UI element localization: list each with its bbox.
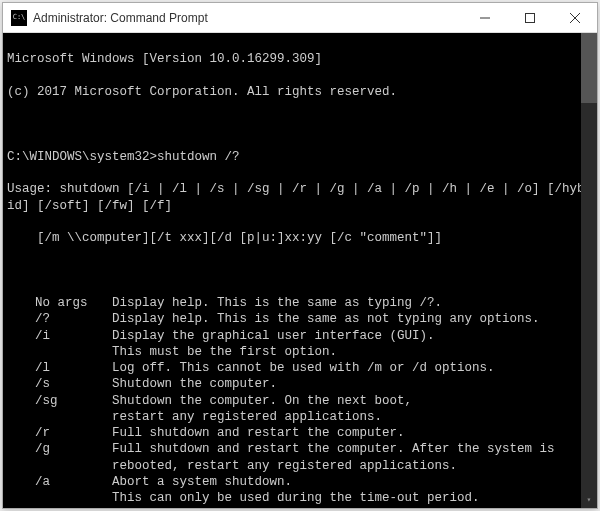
option-flag: /a — [7, 474, 112, 508]
option-desc: Full shutdown and restart the computer. … — [112, 441, 593, 474]
vertical-scrollbar[interactable]: ▾ — [581, 33, 597, 508]
options-table: No argsDisplay help. This is the same as… — [7, 295, 593, 508]
option-row: /lLog off. This cannot be used with /m o… — [7, 360, 593, 376]
option-flag: /? — [7, 311, 112, 327]
banner-line: Microsoft Windows [Version 10.0.16299.30… — [7, 51, 593, 67]
option-row: No argsDisplay help. This is the same as… — [7, 295, 593, 311]
titlebar[interactable]: Administrator: Command Prompt — [3, 3, 597, 33]
option-row: /iDisplay the graphical user interface (… — [7, 328, 593, 361]
minimize-button[interactable] — [462, 3, 507, 32]
option-desc: Shutdown the computer. On the next boot,… — [112, 393, 593, 426]
option-desc: Abort a system shutdown.This can only be… — [112, 474, 593, 508]
blank-line — [7, 263, 593, 279]
option-row: /sgShutdown the computer. On the next bo… — [7, 393, 593, 426]
banner-line: (c) 2017 Microsoft Corporation. All righ… — [7, 84, 593, 100]
close-button[interactable] — [552, 3, 597, 32]
cmd-icon — [11, 10, 27, 26]
option-flag: /i — [7, 328, 112, 361]
scroll-down-arrow[interactable]: ▾ — [581, 492, 597, 508]
close-icon — [570, 13, 580, 23]
option-flag: /l — [7, 360, 112, 376]
option-row: /gFull shutdown and restart the computer… — [7, 441, 593, 474]
window-title: Administrator: Command Prompt — [33, 11, 462, 25]
usage-line-2: [/m \\computer][/t xxx][/d [p|u:]xx:yy [… — [7, 230, 593, 246]
maximize-button[interactable] — [507, 3, 552, 32]
option-desc: Display the graphical user interface (GU… — [112, 328, 593, 361]
command-prompt-window: Administrator: Command Prompt Microsoft … — [2, 2, 598, 509]
option-desc: Full shutdown and restart the computer. — [112, 425, 593, 441]
option-desc: Log off. This cannot be used with /m or … — [112, 360, 593, 376]
usage-line: Usage: shutdown [/i | /l | /s | /sg | /r… — [7, 181, 593, 214]
option-row: /rFull shutdown and restart the computer… — [7, 425, 593, 441]
maximize-icon — [525, 13, 535, 23]
option-desc: Display help. This is the same as not ty… — [112, 311, 593, 327]
scrollbar-thumb[interactable] — [581, 33, 597, 103]
typed-command: shutdown /? — [157, 150, 240, 164]
option-row: /aAbort a system shutdown.This can only … — [7, 474, 593, 508]
blank-line — [7, 116, 593, 132]
window-controls — [462, 3, 597, 32]
svg-rect-1 — [525, 13, 534, 22]
option-flag: No args — [7, 295, 112, 311]
option-flag: /r — [7, 425, 112, 441]
prompt-line: C:\WINDOWS\system32>shutdown /? — [7, 149, 593, 165]
console-area[interactable]: Microsoft Windows [Version 10.0.16299.30… — [3, 33, 597, 508]
option-flag: /g — [7, 441, 112, 474]
option-row: /?Display help. This is the same as not … — [7, 311, 593, 327]
option-row: /sShutdown the computer. — [7, 376, 593, 392]
option-flag: /s — [7, 376, 112, 392]
option-desc: Shutdown the computer. — [112, 376, 593, 392]
option-desc: Display help. This is the same as typing… — [112, 295, 593, 311]
prompt-path: C:\WINDOWS\system32> — [7, 150, 157, 164]
option-flag: /sg — [7, 393, 112, 426]
minimize-icon — [480, 13, 490, 23]
